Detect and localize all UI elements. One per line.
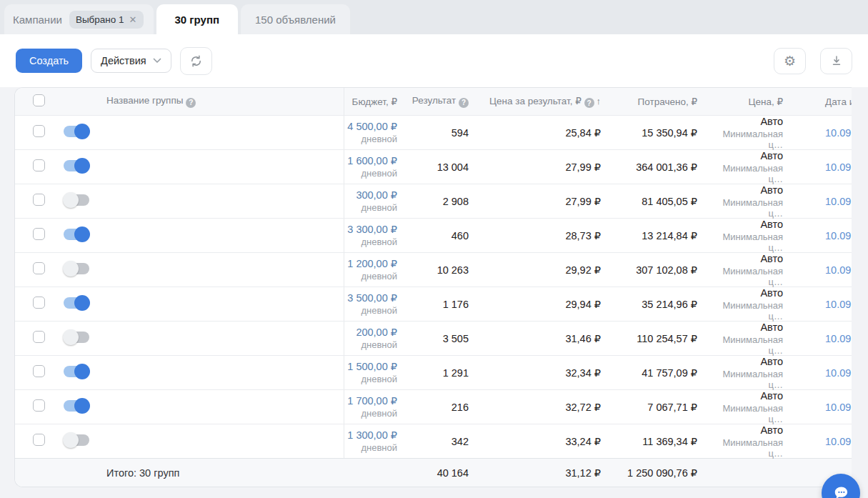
table-header: Название группы ? Бюджет, ₽ Результат ? … bbox=[15, 88, 852, 115]
price-strategy: Минимальная ц… bbox=[707, 369, 783, 390]
date-link[interactable]: 10.09 bbox=[825, 402, 851, 413]
select-all-checkbox[interactable] bbox=[33, 94, 45, 106]
selected-filter-badge: Выбрано 1 ✕ bbox=[69, 11, 144, 29]
close-icon[interactable]: ✕ bbox=[129, 14, 137, 25]
row-checkbox[interactable] bbox=[33, 228, 45, 240]
row-toggle[interactable] bbox=[64, 332, 89, 343]
content-area: Название группы ? Бюджет, ₽ Результат ? … bbox=[0, 87, 868, 498]
budget-link[interactable]: 200,00 ₽ bbox=[344, 327, 397, 338]
date-link[interactable]: 10.09 bbox=[825, 333, 851, 344]
tab-ads-label: 150 объявлений bbox=[255, 14, 336, 26]
price-strategy: Минимальная ц… bbox=[707, 403, 783, 424]
budget-link[interactable]: 300,00 ₽ bbox=[344, 189, 397, 201]
row-checkbox[interactable] bbox=[33, 331, 45, 343]
help-icon[interactable]: ? bbox=[459, 98, 469, 108]
budget-type: дневной bbox=[344, 408, 397, 419]
date-link[interactable]: 10.09 bbox=[825, 436, 851, 447]
column-header-result[interactable]: Результат ? bbox=[406, 95, 478, 108]
row-checkbox[interactable] bbox=[33, 297, 45, 309]
table-row: 1 700,00 ₽ дневной 216 32,72 ₽ 7 067,71 … bbox=[15, 389, 852, 424]
row-checkbox[interactable] bbox=[33, 365, 45, 377]
budget-type: дневной bbox=[344, 442, 397, 453]
date-link[interactable]: 10.09 bbox=[825, 127, 851, 139]
column-header-spent[interactable]: Потрачено, ₽ bbox=[610, 96, 707, 107]
tab-campaigns[interactable]: Кампании Выбрано 1 ✕ bbox=[4, 4, 154, 34]
tab-groups[interactable]: 30 групп bbox=[156, 4, 239, 34]
column-header-price[interactable]: Цена, ₽ bbox=[707, 96, 794, 107]
date-link[interactable]: 10.09 bbox=[825, 196, 851, 207]
tab-ads[interactable]: 150 объявлений bbox=[241, 4, 350, 34]
totals-label: Итого: 30 групп bbox=[104, 467, 344, 479]
create-button[interactable]: Создать bbox=[16, 49, 82, 73]
budget-type: дневной bbox=[344, 168, 397, 179]
toggle-knob bbox=[63, 329, 79, 345]
selected-filter-label: Выбрано 1 bbox=[76, 14, 124, 25]
price-mode: Авто bbox=[707, 322, 783, 333]
budget-link[interactable]: 1 200,00 ₽ bbox=[344, 258, 397, 269]
row-checkbox[interactable] bbox=[33, 125, 45, 137]
tab-groups-label: 30 групп bbox=[175, 14, 220, 26]
budget-type: дневной bbox=[344, 236, 397, 247]
price-mode: Авто bbox=[707, 219, 783, 230]
sort-asc-icon[interactable]: ↑ bbox=[597, 96, 602, 106]
cost-per-result-value: 31,46 ₽ bbox=[478, 333, 610, 344]
result-value: 1 291 bbox=[406, 367, 478, 379]
row-checkbox[interactable] bbox=[33, 399, 45, 412]
row-checkbox[interactable] bbox=[33, 262, 45, 274]
date-link[interactable]: 10.09 bbox=[825, 161, 851, 173]
cost-per-result-value: 32,72 ₽ bbox=[478, 402, 610, 413]
date-link[interactable]: 10.09 bbox=[825, 367, 851, 379]
result-value: 3 505 bbox=[406, 333, 478, 344]
row-toggle[interactable] bbox=[64, 297, 89, 309]
table-footer-totals: Итого: 30 групп 40 164 31,12 ₽ 1 250 090… bbox=[15, 458, 852, 487]
actions-dropdown[interactable]: Действия bbox=[91, 49, 171, 73]
price-strategy: Минимальная ц… bbox=[707, 231, 783, 253]
date-link[interactable]: 10.09 bbox=[825, 299, 851, 310]
spent-value: 364 001,36 ₽ bbox=[610, 161, 707, 173]
toggle-knob bbox=[74, 158, 90, 174]
column-header-cost-per-result[interactable]: Цена за результат, ₽ ?↑ bbox=[478, 95, 610, 109]
result-value: 2 908 bbox=[406, 196, 478, 207]
toggle-knob bbox=[74, 295, 90, 311]
toggle-knob bbox=[74, 364, 90, 379]
column-header-budget[interactable]: Бюджет, ₽ bbox=[344, 88, 406, 115]
budget-link[interactable]: 4 500,00 ₽ bbox=[344, 121, 397, 132]
settings-button[interactable]: ⚙ bbox=[774, 48, 806, 74]
table-row: 300,00 ₽ дневной 2 908 27,99 ₽ 81 405,05… bbox=[15, 184, 852, 218]
date-link[interactable]: 10.09 bbox=[825, 264, 851, 276]
row-toggle[interactable] bbox=[64, 263, 89, 274]
row-toggle[interactable] bbox=[64, 194, 89, 206]
help-icon[interactable]: ? bbox=[186, 98, 196, 108]
help-icon[interactable]: ? bbox=[584, 98, 594, 108]
row-toggle[interactable] bbox=[64, 366, 89, 377]
budget-link[interactable]: 1 700,00 ₽ bbox=[344, 395, 397, 407]
row-checkbox[interactable] bbox=[33, 159, 45, 171]
result-value: 13 004 bbox=[406, 161, 478, 173]
column-header-name[interactable]: Название группы ? bbox=[104, 95, 344, 108]
budget-type: дневной bbox=[344, 202, 397, 213]
row-toggle[interactable] bbox=[64, 229, 89, 240]
budget-link[interactable]: 3 300,00 ₽ bbox=[344, 224, 397, 235]
row-checkbox[interactable] bbox=[33, 194, 45, 206]
price-strategy: Минимальная ц… bbox=[707, 129, 783, 150]
refresh-button[interactable] bbox=[180, 47, 212, 75]
result-value: 216 bbox=[406, 402, 478, 413]
row-checkbox[interactable] bbox=[33, 434, 45, 446]
date-link[interactable]: 10.09 bbox=[825, 230, 851, 241]
row-toggle[interactable] bbox=[64, 160, 89, 171]
export-button[interactable] bbox=[820, 48, 852, 74]
budget-link[interactable]: 1 500,00 ₽ bbox=[344, 361, 397, 372]
budget-link[interactable]: 1 300,00 ₽ bbox=[344, 429, 397, 441]
row-toggle[interactable] bbox=[64, 400, 89, 412]
price-mode: Авто bbox=[707, 356, 783, 367]
toggle-knob bbox=[63, 432, 79, 448]
budget-link[interactable]: 1 600,00 ₽ bbox=[344, 155, 397, 166]
chevron-down-icon bbox=[153, 58, 161, 64]
price-mode: Авто bbox=[707, 116, 783, 127]
cost-per-result-value: 29,92 ₽ bbox=[478, 264, 610, 276]
row-toggle[interactable] bbox=[64, 434, 89, 446]
column-header-date[interactable]: Дата и bbox=[794, 96, 852, 107]
cost-per-result-value: 32,34 ₽ bbox=[478, 367, 610, 379]
row-toggle[interactable] bbox=[64, 126, 89, 137]
budget-link[interactable]: 3 500,00 ₽ bbox=[344, 292, 397, 304]
